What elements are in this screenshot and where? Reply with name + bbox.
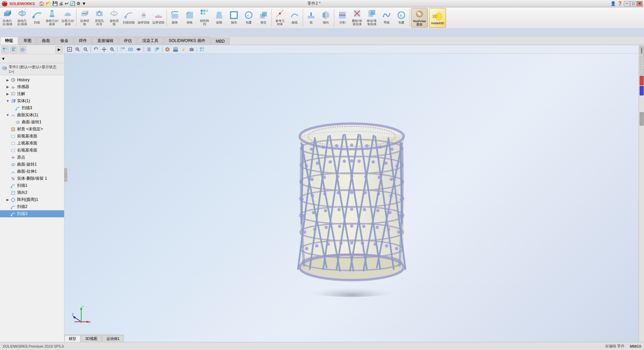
right-scroll[interactable] <box>640 112 644 126</box>
lights-button[interactable] <box>180 46 187 53</box>
view-3d-button[interactable] <box>198 46 206 53</box>
surfacebody-expand[interactable]: ▼ <box>5 113 10 117</box>
config-manager-tab[interactable] <box>19 46 26 53</box>
print-icon[interactable]: 🖨 <box>59 1 63 6</box>
chamfer-button[interactable]: 倒角 <box>182 7 197 27</box>
tree-item-annotation[interactable]: ▶ A 注解 <box>0 90 64 97</box>
zoom-inout-button[interactable] <box>108 46 116 53</box>
wrap2-button[interactable]: 包 包覆 <box>394 7 409 27</box>
intersect-button[interactable]: 相交 <box>256 7 271 27</box>
tree-item-sensor[interactable]: ▶ 传感器 <box>0 83 64 90</box>
revolve-boss-button[interactable]: 旋转凸台/基体 <box>15 7 30 27</box>
section-view-button[interactable] <box>145 46 153 53</box>
tab-direct-edit[interactable]: 直接编辑 <box>92 37 118 45</box>
draft-button[interactable]: 拔模 <box>212 7 227 27</box>
rib-button[interactable]: 筋 <box>304 7 318 27</box>
right-btn-3[interactable] <box>640 66 644 75</box>
options-icon[interactable]: ⚙ <box>77 1 81 6</box>
property-manager-tab[interactable] <box>10 46 17 53</box>
loftcut-button[interactable]: 放样切除 <box>136 7 151 27</box>
quick-access-arrow[interactable]: ▼ <box>82 1 86 6</box>
new-icon[interactable]: 🏠 <box>39 1 44 6</box>
rebuild-icon[interactable]: 🔄 <box>70 1 75 6</box>
appearance-button[interactable] <box>164 46 171 53</box>
zoom-prev-button[interactable] <box>82 46 89 53</box>
curve-button[interactable]: 曲线 <box>287 7 302 27</box>
viewport-tab-model[interactable]: 模型 <box>64 335 81 342</box>
tab-mbd[interactable]: MBD <box>211 38 230 45</box>
hole-wizard-button[interactable]: 异型孔向导 <box>92 7 107 27</box>
sweepcut-button[interactable]: 扫描切除 <box>121 7 136 27</box>
extrudecut-button[interactable]: 拉伸切除 <box>77 7 92 27</box>
tree-item-loft1[interactable]: 曲面-拉伸1 <box>0 168 64 175</box>
minimize-button[interactable]: ─ <box>624 1 630 6</box>
viewport-tab-3dview[interactable]: 3D视图 <box>81 335 102 342</box>
tree-item-origin[interactable]: 原点 <box>0 154 64 161</box>
tab-features[interactable]: 特征 <box>0 37 18 45</box>
tree-item-fill1[interactable]: 填向2 <box>0 189 64 196</box>
zoom-select-button[interactable] <box>74 46 81 53</box>
tab-sw-plugins[interactable]: SOLIDWORKS 插件 <box>164 37 210 45</box>
right-btn-4[interactable] <box>640 76 644 85</box>
tab-surface[interactable]: 曲面 <box>37 37 55 45</box>
viewport[interactable]: Y X Z <box>64 45 639 342</box>
deletebody-button[interactable]: 删除/保留实体 <box>350 7 364 27</box>
flex-button[interactable]: 弯曲 <box>379 7 394 27</box>
pan-button[interactable] <box>100 46 108 53</box>
right-btn-5[interactable] <box>640 86 644 95</box>
wrap-button[interactable]: A 包覆 <box>241 7 256 27</box>
rotate-view-button[interactable] <box>92 46 100 53</box>
help-icon[interactable]: ❓ <box>617 1 623 6</box>
revolvecut-button[interactable]: 旋转切除 <box>107 7 121 27</box>
tree-item-solid-body[interactable]: ▼ 实体(1) <box>0 97 64 104</box>
realview-button[interactable]: RealView图形 <box>411 8 428 28</box>
user-icon[interactable]: 👤 <box>610 1 616 6</box>
split-button[interactable]: 分割 <box>335 7 350 27</box>
history-expand[interactable]: ▶ <box>5 78 10 82</box>
tree-item-revolve-sub[interactable]: 曲面-旋转1 <box>0 119 64 126</box>
tree-item-pattern1[interactable]: ▶ 阵列(圆周)1 <box>0 196 64 203</box>
hide-show-button[interactable] <box>135 46 142 53</box>
undo-icon[interactable]: ↩ <box>65 1 68 6</box>
tree-item-sweep3[interactable]: 扫描3 <box>0 210 64 217</box>
tab-weld[interactable]: 焊件 <box>74 37 92 45</box>
sweep-boss-button[interactable]: 扫描 <box>30 7 44 27</box>
open-icon[interactable]: 📂 <box>46 1 51 6</box>
mirror-button[interactable]: 镜向 <box>318 7 333 27</box>
fillet-button[interactable]: 圆角 <box>167 7 182 27</box>
tree-item-revolve1[interactable]: 曲面-旋转1 <box>0 161 64 168</box>
filter-icon[interactable]: ▼ <box>1 56 5 61</box>
tree-item-history[interactable]: ▶ History <box>0 77 64 83</box>
close-button[interactable]: ✕ <box>637 1 643 6</box>
tree-item-front-plane[interactable]: 前视基准面 <box>0 133 64 140</box>
display-style-button[interactable] <box>127 46 134 53</box>
tab-sketch[interactable]: 草图 <box>18 37 37 45</box>
refgeom-button[interactable]: 参考几何体 <box>273 7 287 27</box>
tab-sheet-metal[interactable]: 钣金 <box>55 37 73 45</box>
shell-button[interactable]: 抽壳 <box>227 7 241 27</box>
tab-evaluate[interactable]: 评估 <box>119 37 137 45</box>
loft-boss-button[interactable]: 放样凸台/基体 <box>44 7 60 27</box>
boundary-boss-button[interactable]: 边界凸台/基体 <box>60 7 76 27</box>
standard-views-button[interactable] <box>119 46 126 53</box>
annotation-expand[interactable]: ▶ <box>5 92 10 96</box>
camera-button[interactable] <box>188 46 195 53</box>
feature-manager-tab[interactable] <box>1 46 9 53</box>
instant3d-button[interactable]: 3D Instant3D <box>429 8 446 28</box>
linearpattern-button[interactable]: 线性阵列 <box>197 7 212 27</box>
tab-render[interactable]: 渲染工具 <box>137 37 163 45</box>
extrude-boss-button[interactable]: 拉伸凸台/基体 <box>0 7 15 27</box>
pattern1-expand[interactable]: ▶ <box>5 198 10 202</box>
view-orient-button[interactable] <box>153 46 161 53</box>
zoom-fit-button[interactable] <box>66 46 73 53</box>
restore-button[interactable]: ◻ <box>630 1 636 6</box>
right-btn-1[interactable] <box>640 46 644 55</box>
tree-item-sweep3-sub[interactable]: 扫描3 <box>0 104 64 112</box>
tree-item-top-plane[interactable]: 上视基准面 <box>0 140 64 147</box>
tree-item-surface-body[interactable]: ▼ 曲面实体(1) <box>0 112 64 119</box>
tree-item-delbody[interactable]: 实体-删除/保留 1 <box>0 175 64 182</box>
right-btn-2[interactable] <box>640 56 644 65</box>
tree-item-material[interactable]: 材质 <未指定> <box>0 126 64 133</box>
solidbody-expand[interactable]: ▼ <box>5 99 10 103</box>
sensor-expand[interactable]: ▶ <box>5 85 10 89</box>
